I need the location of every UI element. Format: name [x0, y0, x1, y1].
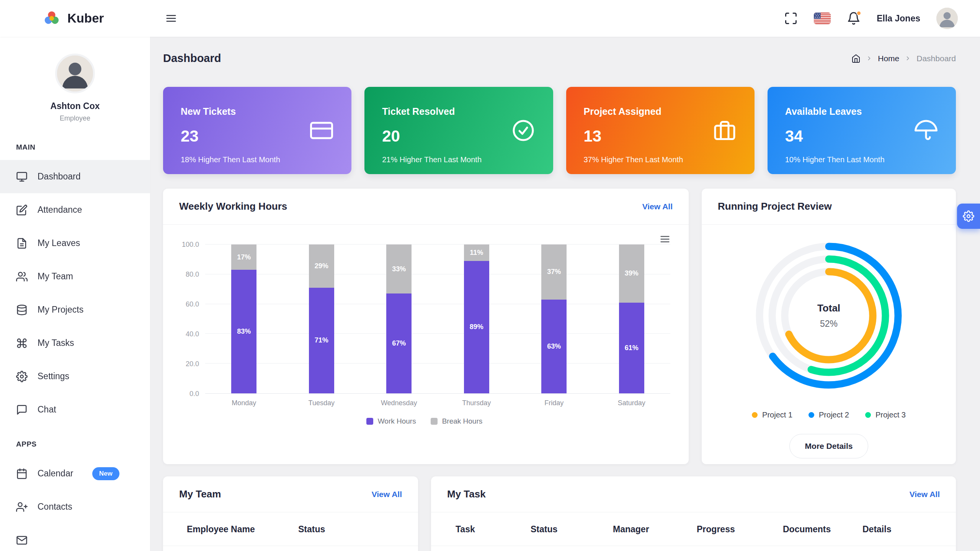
sidebar-item-contacts[interactable]: Contacts: [0, 490, 150, 523]
column-header-status: Status: [298, 524, 325, 534]
sidebar-toggle-button[interactable]: [165, 13, 177, 24]
nav-section-label: APPS: [0, 426, 150, 457]
ticket-icon: [310, 119, 333, 142]
brand-name: Kuber: [67, 11, 104, 26]
sidebar-item-settings[interactable]: Settings: [0, 360, 150, 393]
card-title: Running Project Review: [718, 201, 832, 212]
sidebar-item-my-team[interactable]: My Team: [0, 260, 150, 293]
break-hours-segment: 11%: [464, 245, 489, 261]
x-axis-labels: MondayTuesdayWednesdayThursdayFridaySatu…: [205, 399, 670, 407]
stacked-bar[interactable]: 33%67%: [386, 245, 412, 393]
view-all-link[interactable]: View All: [372, 490, 402, 499]
stat-title: Ticket Resolved: [382, 106, 535, 117]
home-icon: [851, 54, 861, 63]
sidebar-item-chat[interactable]: Chat: [0, 393, 150, 426]
radial-chart-center: Total 52%: [745, 231, 913, 400]
stacked-bar[interactable]: 37%63%: [541, 245, 567, 393]
y-tick-label: 100.0: [182, 241, 199, 249]
sidebar-item-dashboard[interactable]: Dashboard: [0, 160, 150, 193]
work-hours-segment: 71%: [309, 288, 334, 393]
stacked-bar[interactable]: 11%89%: [464, 245, 489, 393]
work-hours-segment: 83%: [231, 270, 256, 393]
stacked-bar[interactable]: 39%61%: [619, 245, 644, 393]
card-title: My Task: [447, 488, 486, 500]
break-hours-segment: 39%: [619, 245, 644, 303]
legend-label: Work Hours: [378, 417, 416, 425]
legend-item-break-hours[interactable]: Break Hours: [431, 417, 483, 425]
stat-card-available-leaves: Available Leaves3410% Higher Then Last M…: [768, 87, 956, 174]
running-project-review-card: Running Project Review Total 52% Project…: [702, 189, 956, 464]
x-tick-label: Thursday: [438, 399, 516, 407]
y-tick-label: 80.0: [186, 271, 199, 279]
break-hours-segment: 37%: [541, 245, 567, 300]
legend-dot: [752, 412, 758, 418]
chart-menu-icon[interactable]: [660, 234, 670, 245]
sidebar-item-my-leaves[interactable]: My Leaves: [0, 227, 150, 260]
sidebar-item-my-projects[interactable]: My Projects: [0, 293, 150, 326]
notifications-button[interactable]: [847, 11, 861, 25]
more-details-button[interactable]: More Details: [789, 434, 869, 458]
projects-icon: [16, 304, 28, 316]
topbar-avatar[interactable]: [936, 8, 958, 29]
card-header: My Task View All: [431, 476, 956, 512]
page-header: Dashboard HomeDashboard: [163, 52, 956, 65]
work-hours-segment: 67%: [386, 293, 412, 393]
y-tick-label: 20.0: [186, 360, 199, 368]
stat-subtitle: 37% Higher Then Last Month: [584, 155, 737, 164]
charts-row: Weekly Working Hours View All 0.020.040.…: [163, 189, 956, 464]
breadcrumb: HomeDashboard: [851, 54, 956, 63]
fullscreen-button[interactable]: [784, 11, 798, 25]
total-value: 52%: [820, 319, 838, 329]
calendar-icon: [16, 468, 28, 479]
legend-item-work-hours[interactable]: Work Hours: [366, 417, 416, 425]
work-hours-segment: 61%: [619, 303, 644, 393]
legend-item-project-3[interactable]: Project 3: [865, 411, 906, 419]
sidebar-item-attendance[interactable]: Attendance: [0, 193, 150, 227]
dashboard-icon: [16, 171, 28, 183]
view-all-link[interactable]: View All: [642, 202, 673, 211]
sidebar-item-my-tasks[interactable]: My Tasks: [0, 326, 150, 360]
view-all-link[interactable]: View All: [910, 490, 940, 499]
briefcase-icon: [713, 119, 736, 142]
sidebar-item-label: Contacts: [38, 502, 72, 512]
sidebar-item-label: Calendar: [38, 468, 73, 479]
menu-icon: [165, 13, 177, 24]
stat-title: Project Assigned: [584, 106, 737, 117]
stacked-bar[interactable]: 17%83%: [231, 245, 256, 393]
sidebar-item-mail-icon[interactable]: [0, 523, 150, 551]
bar-column-tuesday: 29%71%: [283, 245, 361, 393]
profile-avatar[interactable]: [55, 54, 95, 93]
bar-column-saturday: 39%61%: [593, 245, 671, 393]
break-hours-segment: 17%: [231, 245, 256, 270]
team-table-header: Employee NameStatus: [163, 512, 418, 546]
column-header-task: Task: [456, 524, 475, 534]
stat-subtitle: 18% Higher Then Last Month: [181, 155, 334, 164]
y-tick-label: 0.0: [189, 390, 199, 398]
check-circle-icon: [512, 119, 535, 142]
legend-item-project-1[interactable]: Project 1: [752, 411, 792, 419]
bar-column-wednesday: 33%67%: [360, 245, 438, 393]
legend-dot: [808, 412, 814, 418]
column-header-details: Details: [862, 524, 891, 534]
tasks-icon: [16, 337, 28, 349]
breadcrumb-item[interactable]: Dashboard: [916, 54, 956, 63]
sidebar-item-label: Settings: [38, 371, 69, 381]
stacked-bar[interactable]: 29%71%: [309, 245, 334, 393]
stat-card-project-assigned: Project Assigned1337% Higher Then Last M…: [566, 87, 755, 174]
stat-title: New Tickets: [181, 106, 334, 117]
sidebar-item-label: My Tasks: [38, 338, 74, 348]
total-label: Total: [817, 302, 840, 314]
legend-item-project-2[interactable]: Project 2: [808, 411, 849, 419]
chevron-right-icon: [866, 55, 872, 62]
work-hours-segment: 63%: [541, 300, 567, 393]
us-flag-icon: [814, 13, 831, 24]
theme-settings-button[interactable]: [957, 204, 980, 229]
language-flag-button[interactable]: [814, 13, 831, 24]
column-header-manager: Manager: [613, 524, 649, 534]
sidebar-item-label: My Leaves: [38, 238, 80, 248]
sidebar-item-calendar[interactable]: CalendarNew: [0, 457, 150, 490]
my-team-card: My Team View All Employee NameStatus: [163, 476, 418, 551]
breadcrumb-item[interactable]: Home: [878, 54, 899, 63]
legend-marker: [431, 418, 438, 425]
contacts-icon: [16, 501, 28, 513]
